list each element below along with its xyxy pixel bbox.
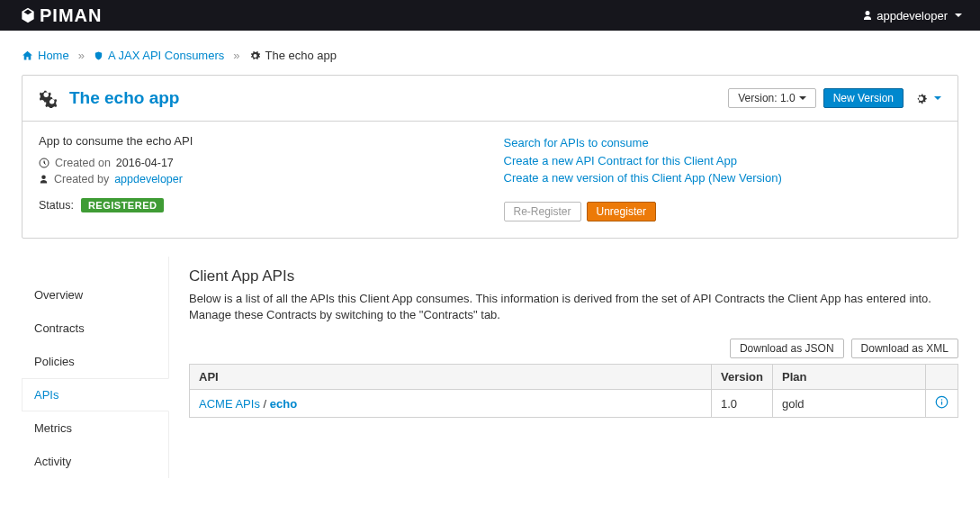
- status-label: Status:: [39, 199, 74, 212]
- gears-icon: [249, 50, 261, 61]
- brand-logo[interactable]: PIMAN: [18, 5, 102, 26]
- breadcrumb-home[interactable]: Home: [38, 49, 69, 62]
- tab-metrics[interactable]: Metrics: [22, 411, 169, 445]
- chevron-down-icon: [799, 96, 806, 100]
- col-info: [926, 365, 958, 390]
- col-plan: Plan: [773, 365, 926, 390]
- status-badge: REGISTERED: [81, 198, 165, 212]
- tab-contracts[interactable]: Contracts: [22, 312, 169, 345]
- api-version: 1.0: [712, 390, 773, 418]
- apis-table: API Version Plan ACME APIs / echo 1.0 go…: [189, 364, 958, 418]
- apiman-logo-icon: [18, 6, 38, 24]
- info-icon: [935, 395, 949, 409]
- breadcrumb: Home » A JAX API Consumers » The echo ap…: [22, 49, 958, 62]
- created-date: 2016-04-17: [116, 157, 174, 169]
- download-json-button[interactable]: Download as JSON: [730, 339, 844, 358]
- breadcrumb-sep: »: [78, 49, 85, 62]
- sidebar-tabs: Overview Contracts Policies APIs Metrics…: [22, 257, 169, 478]
- tab-overview[interactable]: Overview: [22, 278, 169, 312]
- panel-title: Client App APIs: [189, 267, 958, 285]
- created-by-label: Created by: [54, 173, 109, 185]
- unregister-button[interactable]: Unregister: [587, 202, 656, 221]
- gear-icon: [914, 92, 928, 105]
- username: appdeveloper: [877, 9, 948, 23]
- download-xml-button[interactable]: Download as XML: [851, 339, 958, 358]
- api-name-link[interactable]: echo: [270, 397, 297, 411]
- created-on-label: Created on: [55, 157, 111, 169]
- new-version-button[interactable]: New Version: [823, 88, 904, 108]
- card-header: The echo app Version: 1.0 New Version: [22, 76, 958, 122]
- link-search-apis[interactable]: Search for APIs to consume: [504, 134, 942, 152]
- gears-icon: [39, 88, 58, 108]
- user-icon: [39, 174, 49, 185]
- col-api: API: [190, 365, 712, 390]
- api-plan: gold: [773, 390, 926, 418]
- app-title-text: The echo app: [69, 88, 179, 108]
- tab-activity[interactable]: Activity: [22, 445, 169, 478]
- tab-policies[interactable]: Policies: [22, 345, 169, 378]
- link-create-contract[interactable]: Create a new API Contract for this Clien…: [504, 152, 942, 170]
- breadcrumb-org[interactable]: A JAX API Consumers: [108, 49, 224, 62]
- tab-apis[interactable]: APIs: [22, 378, 169, 411]
- app-description: App to consume the echo API: [39, 134, 477, 148]
- home-icon: [22, 50, 33, 61]
- navbar: PIMAN appdeveloper: [0, 0, 980, 31]
- created-by-user[interactable]: appdeveloper: [114, 173, 183, 185]
- table-row: ACME APIs / echo 1.0 gold: [190, 390, 958, 418]
- shield-icon: [94, 50, 103, 61]
- user-menu[interactable]: appdeveloper: [862, 9, 962, 23]
- settings-menu[interactable]: [914, 92, 941, 105]
- chevron-down-icon: [934, 96, 941, 100]
- panel-description: Below is a list of all the APIs this Cli…: [189, 291, 958, 325]
- entity-card: The echo app Version: 1.0 New Version Ap…: [22, 75, 958, 239]
- api-info-button[interactable]: [926, 390, 958, 418]
- brand-text: PIMAN: [40, 5, 102, 26]
- version-selector[interactable]: Version: 1.0: [728, 88, 815, 108]
- clock-icon: [39, 158, 49, 168]
- panel-apis: Client App APIs Below is a list of all t…: [169, 257, 958, 478]
- user-icon: [862, 10, 873, 21]
- link-create-version[interactable]: Create a new version of this Client App …: [504, 169, 942, 187]
- breadcrumb-sep: »: [233, 49, 239, 62]
- re-register-button[interactable]: Re-Register: [504, 202, 581, 221]
- col-version: Version: [712, 365, 773, 390]
- api-org-link[interactable]: ACME APIs: [199, 397, 260, 411]
- app-title: The echo app: [39, 88, 179, 108]
- chevron-down-icon: [955, 14, 962, 17]
- breadcrumb-current: The echo app: [265, 49, 337, 62]
- svg-point-3: [941, 399, 943, 401]
